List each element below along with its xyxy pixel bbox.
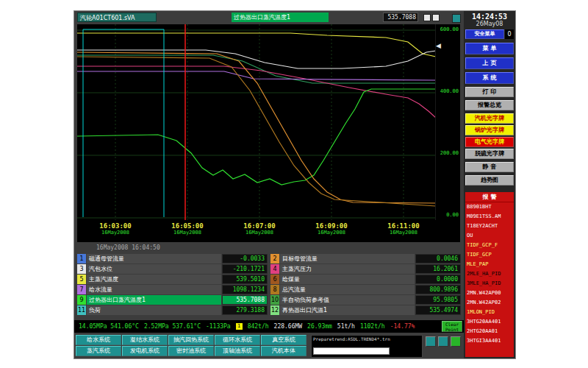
sidebar-button-11[interactable]: 趋势图: [465, 175, 514, 185]
pen-color-chip: 12: [270, 305, 279, 315]
clear-point-button[interactable]: Clear Point: [442, 321, 462, 332]
nav-row-2: 蒸汽系统发电机系统密封油系统顶轴油系统汽机本体: [76, 346, 309, 356]
status-value-8: 1102t/h: [360, 323, 385, 330]
header-indicator-3[interactable]: [452, 14, 461, 23]
legend-row-left-0[interactable]: 1磁通母管流量-0.0033: [77, 254, 268, 263]
nav-row-1: 给水系统凝结水系统抽汽回热系统循环水系统真空系统: [76, 335, 309, 345]
legend-right-column: 2目标母管流量0.00464主蒸汽压力16.20616给煤量0.00008总汽流…: [270, 254, 461, 315]
nav-button-1-2[interactable]: 凝结水系统: [122, 335, 168, 345]
legend-row-right-4[interactable]: 10半自动负荷参考值95.9805: [270, 295, 461, 305]
nav-button-1-5[interactable]: 真空系统: [261, 335, 306, 345]
alarm-row-5[interactable]: TIDF_GCP_F: [465, 241, 514, 250]
alarm-row-13[interactable]: 3HTG20AA401: [465, 317, 514, 327]
alarm-row-3[interactable]: T18EY2ACHT: [465, 222, 514, 231]
nav-button-2-2[interactable]: 发电机系统: [122, 346, 168, 356]
nav-button-1-1[interactable]: 给水系统: [76, 335, 121, 345]
sidebar-buttons: 菜 单上 页系 统打 印报警总览汽机光字牌锅炉光字牌电气光字牌脱硫光字牌静 音趋…: [465, 43, 514, 188]
status-value-5: 228.66MW: [274, 323, 303, 330]
nav-button-2-5[interactable]: 汽机本体: [261, 346, 306, 356]
scale-marker-triangle[interactable]: ◀: [436, 42, 441, 49]
mini-button-1[interactable]: [426, 336, 436, 347]
nav-button-2-4[interactable]: 顶轴油系统: [215, 346, 260, 356]
console-text: Preparetrend:ASDL.TREND4*.trn: [313, 336, 420, 342]
pen-color-chip: 1: [77, 254, 86, 263]
console-input[interactable]: [313, 347, 390, 355]
time-label: 16:03:00: [92, 222, 139, 230]
sidebar-button-9[interactable]: 脱硫光字牌: [465, 149, 514, 159]
sidebar-button-7[interactable]: 锅炉光字牌: [465, 125, 514, 135]
alarm-row-12[interactable]: 1MLON_PID: [465, 308, 514, 317]
trend-group-tag[interactable]: 汽轮A01CT601.sVA: [77, 13, 157, 22]
date-label: 16May2008: [236, 230, 283, 236]
cursor-timestamp: 16May2008 16:04:50: [96, 244, 160, 251]
legend-row-right-5[interactable]: 12再热器出口汽温1535.4974: [270, 305, 461, 315]
pen-value: 800.9896: [415, 285, 461, 294]
pen-color-chip: 6: [270, 275, 279, 284]
nav-button-1-3[interactable]: 抽汽回热系统: [168, 335, 214, 345]
mini-button-3[interactable]: [451, 336, 461, 347]
pen-color-chip: 2: [270, 254, 279, 263]
legend-row-right-1[interactable]: 4主蒸汽压力16.2061: [270, 264, 461, 274]
legend-row-left-4[interactable]: 9过热器出口蒸汽温度1535.7088: [77, 295, 268, 305]
alarm-row-11[interactable]: 2MN.W42AP02: [465, 298, 514, 308]
time-label: 16:07:00: [236, 222, 283, 230]
pen-value: 1098.1234: [222, 285, 268, 294]
legend-row-left-3[interactable]: 7给水流量1098.1234: [77, 285, 268, 294]
legend-row-left-2[interactable]: 5主蒸汽温度539.5010: [77, 275, 268, 284]
sidebar: 14:24:53 26May08 安全菜单 0 菜 单上 页系 统打 印报警总览…: [464, 11, 515, 358]
status-value-2: -1133Pa: [206, 323, 231, 330]
status-value-0: 14.05MPa 541.06°C: [79, 323, 139, 330]
sidebar-button-1[interactable]: 菜 单: [465, 43, 514, 54]
nav-button-1-4[interactable]: 循环水系统: [215, 335, 260, 345]
pen-value: 539.5010: [222, 275, 268, 284]
alarm-row-4[interactable]: OU: [465, 231, 514, 241]
trend-plot[interactable]: [77, 24, 436, 220]
status-value-6: 26.93mm: [307, 323, 332, 330]
nav-button-2-3[interactable]: 密封油系统: [168, 346, 214, 356]
alarm-row-15[interactable]: 3HTGI3AA401: [465, 336, 514, 346]
selected-pen-value: 535.7088: [383, 13, 418, 22]
sidebar-button-6[interactable]: 汽机光字牌: [465, 113, 514, 124]
sidebar-button-8[interactable]: 电气光字牌: [465, 137, 514, 147]
sidebar-button-4[interactable]: 打 印: [465, 87, 514, 97]
alarm-row-1[interactable]: B8901BHT: [465, 202, 514, 212]
time-axis-cell-4: 16:11:0016May2008: [380, 222, 427, 236]
alarm-row-9[interactable]: 3MLE_HA_PID: [465, 279, 514, 289]
pen-label: 汽包水位: [87, 264, 221, 274]
sidebar-button-5[interactable]: 报警总览: [465, 100, 514, 110]
pen-value: -0.0033: [222, 254, 268, 263]
alarm-row-14[interactable]: 2HTG20AA01: [465, 327, 514, 336]
alarm-row-7[interactable]: MLE_PAP: [465, 260, 514, 269]
safety-menu-button[interactable]: 安全菜单: [465, 29, 504, 39]
legend-row-right-0[interactable]: 2目标母管流量0.0046: [270, 254, 461, 263]
pen-label: 再热器出口汽温1: [280, 305, 415, 315]
command-console: Preparetrend:ASDL.TREND4*.trn: [311, 335, 423, 358]
pen-color-chip: 3: [77, 264, 86, 274]
header-indicator-1[interactable]: [423, 14, 431, 21]
time-label: 16:09:00: [308, 222, 355, 230]
selected-pen-tag[interactable]: 过热器出口蒸汽温度1: [232, 13, 329, 22]
date-label: 16May2008: [380, 230, 427, 236]
sidebar-button-2[interactable]: 上 页: [465, 57, 514, 69]
pen-label: 给水流量: [87, 285, 221, 294]
header-indicator-2[interactable]: [432, 14, 440, 21]
pen-value: -210.1721: [222, 264, 268, 274]
pen-label: 总汽流量: [280, 285, 415, 294]
alarm-row-10[interactable]: 2MN.W42AP00: [465, 289, 514, 298]
clear-point-label-1: Clear: [442, 322, 462, 327]
mini-button-2[interactable]: [438, 336, 448, 347]
pen-label: 主蒸汽温度: [87, 275, 221, 284]
trend-chart[interactable]: ◀ 600.00400.00200.000.00 16:03:0016May20…: [77, 24, 460, 242]
legend-row-right-2[interactable]: 6给煤量0.0000: [270, 275, 461, 284]
alarm-row-6[interactable]: TIDF_GCP: [465, 250, 514, 260]
status-value-1: 2.52MPa 537.61°C: [144, 323, 201, 330]
alarm-row-2[interactable]: M09E1TSS.AM: [465, 212, 514, 222]
legend-row-left-1[interactable]: 3汽包水位-210.1721: [77, 264, 268, 274]
nav-button-2-1[interactable]: 蒸汽系统: [76, 346, 121, 356]
alarm-row-8[interactable]: 2MLE_HA_PID: [465, 269, 514, 279]
legend-row-left-5[interactable]: 11负荷279.3188: [77, 305, 268, 315]
sidebar-button-10[interactable]: 静 音: [465, 162, 514, 172]
bottom-panel: 给水系统凝结水系统抽汽回热系统循环水系统真空系统蒸汽系统发电机系统密封油系统顶轴…: [74, 335, 464, 358]
legend-row-right-3[interactable]: 8总汽流量800.9896: [270, 285, 461, 294]
sidebar-button-3[interactable]: 系 统: [465, 72, 514, 84]
